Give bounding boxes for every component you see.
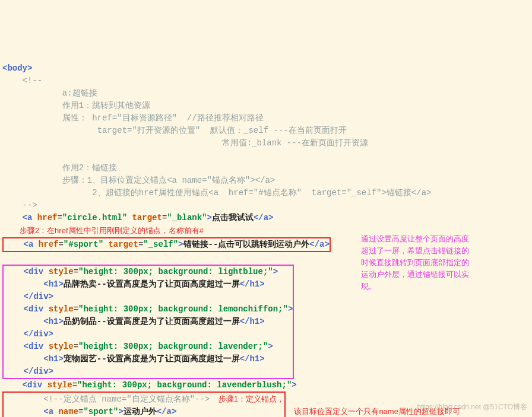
eq: = <box>58 240 63 249</box>
comment-line <box>2 151 7 160</box>
gt: > <box>118 407 123 416</box>
indent <box>2 380 23 390</box>
link-text: 点击我试试 <box>212 213 254 222</box>
comment-line: 步骤：1、目标位置定义锚点<a name="锚点名称"></a> <box>2 176 275 185</box>
lt: < <box>23 380 27 390</box>
indent <box>4 407 43 416</box>
val-style: "height: 300px; background: lemonchiffon… <box>78 304 288 314</box>
gt: > <box>268 342 273 351</box>
gt: > <box>292 380 296 390</box>
indent <box>2 213 23 222</box>
attr-target: target <box>103 240 138 249</box>
attr-style: style <box>42 380 72 390</box>
comment-line: 作用1：跳转到其他资源 <box>2 101 150 110</box>
comment-line: 作用2：锚链接 <box>2 163 117 173</box>
lt: < <box>23 213 27 222</box>
anchor-text: 运动户外 <box>124 407 157 416</box>
indent <box>4 329 24 339</box>
close-h1: </h1> <box>240 354 265 364</box>
eq: = <box>74 342 78 351</box>
val-style: "height: 300px; background: lavender;" <box>78 342 268 351</box>
lt: < <box>24 304 28 314</box>
gt: > <box>207 213 212 222</box>
val-style: "height: 300px; background: lavenderblus… <box>77 380 292 390</box>
lt: < <box>43 354 48 364</box>
close-h1: </h1> <box>240 317 265 326</box>
tag-a: a <box>49 407 53 416</box>
anchor-link-highlight: <a href="#sport" target="_self">锚链接--点击可… <box>2 237 331 252</box>
lt: < <box>43 407 48 416</box>
val-name: "sport" <box>83 407 118 416</box>
tag-h1: h1 <box>49 354 59 364</box>
lt: < <box>24 267 28 276</box>
gt: > <box>58 279 63 289</box>
close-a: </a> <box>254 213 274 222</box>
attr-name: name <box>53 407 78 416</box>
lt: < <box>43 317 48 326</box>
comment-line: --> <box>2 200 37 210</box>
comment-line: 2、超链接的href属性使用锚点<a href="#锚点名称" target="… <box>2 188 431 198</box>
step1-annotation-l1: 步骤1：定义锚点， <box>210 394 284 403</box>
comment-line: target="打开资源的位置" 默认值：_self ---在当前页面打开 <box>2 126 347 135</box>
attr-href: href <box>33 240 58 249</box>
attr-style: style <box>43 342 73 351</box>
lt: < <box>43 279 48 289</box>
tag-h1: h1 <box>49 317 59 326</box>
h1-text: 品牌热卖--设置高度是为了让页面高度超过一屏 <box>64 279 240 289</box>
val-href: "#sport" <box>64 240 103 249</box>
comment-line: 属性： href="目标资源路径" //路径推荐相对路径 <box>2 113 264 123</box>
val-href: "circle.html" <box>62 213 127 222</box>
lt: < <box>24 342 28 351</box>
indent <box>4 279 43 289</box>
val-target: "_blank" <box>167 213 207 222</box>
gt: > <box>288 304 293 314</box>
side-annotation: 通过设置高度让整个页面的高度超过了一屏，希望点击锚链接的时候直接跳转到页面底部指… <box>361 233 473 292</box>
indent <box>4 354 43 364</box>
comment-line: <!-- <box>2 76 42 85</box>
attr-style: style <box>43 267 73 276</box>
indent <box>4 304 24 314</box>
close-div: </div> <box>24 292 53 301</box>
h1-text: 品奶制品--设置高度是为了让页面高度超过一屏 <box>64 317 240 326</box>
comment-line: 常用值:_blank ---在新页面打开资源 <box>2 138 368 148</box>
eq: = <box>57 213 62 222</box>
eq: = <box>72 380 77 390</box>
tag-h1: h1 <box>49 279 59 289</box>
attr-style: style <box>43 304 73 314</box>
eq: = <box>74 267 78 276</box>
gt: > <box>273 267 278 276</box>
attr-target: target <box>127 213 162 222</box>
gt: > <box>178 240 183 249</box>
gt: > <box>58 317 63 326</box>
anchor-define-highlight: <!--定义锚点 name="自定义锚点名称"--> 步骤1：定义锚点， <a … <box>2 391 286 417</box>
close-h1: </h1> <box>240 279 265 289</box>
close-a: </a> <box>309 240 330 249</box>
indent <box>4 317 43 326</box>
indent <box>4 394 43 404</box>
indent <box>4 342 24 351</box>
watermark: https://blog.csdn.net @51CTO博客 <box>417 401 527 413</box>
comment-line: a:超链接 <box>2 88 97 98</box>
tag-div: div <box>27 380 42 390</box>
comment-anchor: <!--定义锚点 name="自定义锚点名称"--> <box>43 394 210 404</box>
step2-annotation: 步骤2：在href属性中引用刚刚定义的锚点，名称前有# <box>2 226 204 235</box>
body-open: <body> <box>2 63 32 73</box>
attr-href: href <box>32 213 57 222</box>
tag-div: div <box>28 342 43 351</box>
h1-text: 宠物园艺--设置高度是为了让页面高度超过一屏 <box>64 354 240 364</box>
link-text: 锚链接--点击可以跳转到运动户外 <box>183 240 310 249</box>
tag-div: div <box>28 267 43 276</box>
indent <box>4 267 24 276</box>
eq: = <box>74 304 78 314</box>
tag-div: div <box>28 304 43 314</box>
div-sections-highlight: <div style="height: 300px; background: l… <box>2 265 294 379</box>
indent <box>4 240 24 249</box>
gt: > <box>58 354 63 364</box>
val-target: "_self" <box>143 240 178 249</box>
lt: < <box>24 240 28 249</box>
indent <box>4 292 24 301</box>
close-div: </div> <box>24 367 53 376</box>
close-div: </div> <box>24 329 53 339</box>
indent <box>4 367 24 376</box>
val-style: "height: 300px; background: lightblue;" <box>78 267 273 276</box>
